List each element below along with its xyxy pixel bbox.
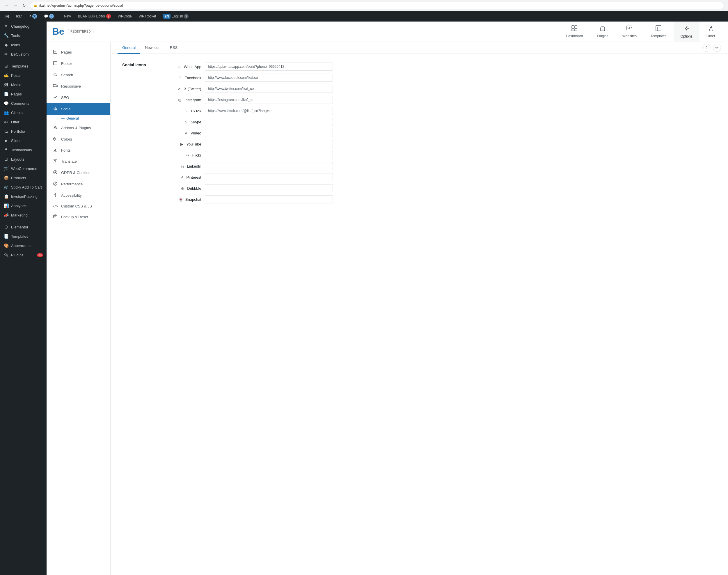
pinterest-icon: P <box>179 175 184 179</box>
address-bar[interactable]: 🔒 ikaf.net/wp-admin/admin.php?page=be-op… <box>30 2 725 9</box>
comments-item[interactable]: 💬 0 <box>41 11 57 22</box>
new-content-item[interactable]: + New <box>58 11 74 22</box>
sidebar-item-marketing[interactable]: 📣 Marketing <box>0 210 46 220</box>
sidebar-item-appearance[interactable]: 🎨 Appearance <box>0 241 46 250</box>
url-text: ikaf.net/wp-admin/admin.php?page=be-opti… <box>39 3 123 7</box>
sidebar-item-analytics[interactable]: 📊 Analytics <box>0 201 46 210</box>
site-name-item[interactable]: Ikaf <box>13 11 25 22</box>
snapchat-input[interactable] <box>205 195 333 203</box>
wp-logo-item[interactable]: ⊞ <box>2 11 12 22</box>
sidebar-item-pages[interactable]: 📄 Pages <box>0 89 46 99</box>
tiktok-input[interactable] <box>205 107 333 115</box>
offer-icon: 🏷 <box>3 120 9 124</box>
be-sidebar-social[interactable]: Social <box>46 103 110 115</box>
svg-rect-14 <box>56 85 57 87</box>
flickr-input[interactable] <box>205 151 333 159</box>
be-nav-other[interactable]: Other <box>699 22 722 42</box>
sidebar-item-testimonials[interactable]: ❝ Testimonials <box>0 145 46 155</box>
be-sidebar-custom-css[interactable]: </> Custom CSS & JS <box>46 201 110 211</box>
be-nav-plugins[interactable]: Plugins <box>590 22 615 42</box>
becustom-icon: ✏ <box>3 52 9 57</box>
sidebar-item-clients[interactable]: 👥 Clients <box>0 108 46 117</box>
sidebar-item-portfolio[interactable]: 🗂 Portfolio <box>0 127 46 136</box>
svg-point-20 <box>55 193 56 194</box>
be-sidebar-accessibility[interactable]: Accessibility <box>46 190 110 201</box>
comments-side-label: Comments <box>11 101 29 106</box>
back-button[interactable]: ← <box>3 2 10 9</box>
updates-item[interactable]: ↺ 36 <box>26 11 40 22</box>
sidebar-item-plugins[interactable]: 🔌 Plugins 35 <box>0 250 46 260</box>
sidebar-item-slides[interactable]: ▶ Slides <box>0 136 46 145</box>
whatsapp-input[interactable] <box>205 63 333 71</box>
be-sidebar-colors[interactable]: Colors <box>46 134 110 145</box>
be-sidebar-translate[interactable]: Translate <box>46 156 110 167</box>
sidebar-item-elementor[interactable]: ⬡ Elementor <box>0 222 46 232</box>
sidebar-item-woocommerce[interactable]: 🛒 WooCommerce <box>0 164 46 173</box>
reload-button[interactable]: ↻ <box>21 2 27 9</box>
templates-nav-label: Templates <box>651 34 667 38</box>
be-sidebar-search[interactable]: Search <box>46 69 110 80</box>
be-nav-websites[interactable]: Websites <box>615 22 644 42</box>
be-nav-options[interactable]: Options <box>673 22 699 42</box>
site-name-label: Ikaf <box>16 14 22 18</box>
be-sidebar-footer[interactable]: Footer <box>46 58 110 69</box>
sidebar-item-comments[interactable]: 💬 Comments <box>0 99 46 108</box>
x-twitter-input[interactable] <box>205 85 333 93</box>
templates-label: Templates <box>11 64 28 68</box>
vimeo-input[interactable] <box>205 129 333 137</box>
marketing-icon: 📣 <box>3 213 9 217</box>
forward-button[interactable]: → <box>12 2 19 9</box>
be-sidebar-pages[interactable]: Pages <box>46 46 110 58</box>
be-sidebar-fonts[interactable]: A Fonts <box>46 145 110 156</box>
sidebar-item-media[interactable]: 🖼 Media <box>0 80 46 89</box>
sidebar-item-icons[interactable]: ◆ Icons <box>0 40 46 49</box>
tab-rss[interactable]: RSS <box>165 42 182 54</box>
facebook-input[interactable] <box>205 74 333 82</box>
sidebar-item-templates[interactable]: ⊞ Templates <box>0 61 46 71</box>
be-nav-dashboard[interactable]: Dashboard <box>559 22 590 42</box>
be-sidebar-performance[interactable]: Performance <box>46 178 110 190</box>
pinterest-input[interactable] <box>205 173 333 181</box>
be-nav-templates[interactable]: Templates <box>644 22 673 42</box>
bear-badge: 2 <box>106 14 111 19</box>
instagram-input[interactable] <box>205 96 333 104</box>
dribbble-label: Dribbble <box>187 186 201 191</box>
be-sidebar-gdpr[interactable]: GDPR & Cookies <box>46 167 110 178</box>
sidebar-item-layouts[interactable]: ⊡ Layouts <box>0 155 46 164</box>
linkedin-input[interactable] <box>205 162 333 170</box>
sidebar-item-offer[interactable]: 🏷 Offer <box>0 117 46 127</box>
help-action-button[interactable]: ? <box>702 44 710 52</box>
be-sidebar-general-sub[interactable]: — General <box>46 115 110 122</box>
be-sidebar-backup[interactable]: Backup & Reset <box>46 211 110 223</box>
sidebar-item-tools[interactable]: 🔧 Tools <box>0 31 46 40</box>
tab-general[interactable]: General <box>117 42 140 54</box>
be-sidebar-seo[interactable]: SEO <box>46 92 110 103</box>
skype-input[interactable] <box>205 118 333 126</box>
be-sidebar-responsive[interactable]: Responsive <box>46 80 110 92</box>
language-item[interactable]: EN English ? <box>160 11 192 22</box>
sidebar-item-posts[interactable]: ✍ Posts <box>0 71 46 80</box>
be-fonts-label: Fonts <box>61 148 71 153</box>
sidebar-item-invoice[interactable]: 📋 Invoice/Packing <box>0 192 46 201</box>
linkedin-icon: in <box>180 164 185 168</box>
invoice-label: Invoice/Packing <box>11 194 38 199</box>
wp-rocket-item[interactable]: WP Rocket <box>136 11 159 22</box>
sidebar-item-changelog[interactable]: ≡ Changelog <box>0 22 46 31</box>
skype-label: Skype <box>191 120 201 124</box>
be-footer-label: Footer <box>61 61 72 66</box>
social-row-x-twitter: ✕X (Twitter) <box>164 85 716 93</box>
sidebar-item-wp-templates[interactable]: 📑 Templates <box>0 232 46 241</box>
sidebar-item-sticky-add-to-cart[interactable]: 🛒 Sticky Add To Cart <box>0 182 46 192</box>
dribbble-input[interactable] <box>205 184 333 192</box>
edit-action-button[interactable]: ✏ <box>713 44 721 52</box>
wpcode-item[interactable]: WPCode <box>115 11 135 22</box>
sidebar-item-products[interactable]: 📦 Products <box>0 173 46 182</box>
sidebar-item-becustom[interactable]: ✏ BeCustom <box>0 49 46 59</box>
youtube-input[interactable] <box>205 140 333 148</box>
be-backup-label: Backup & Reset <box>61 215 88 219</box>
tab-new-icon[interactable]: New icon <box>140 42 165 54</box>
be-sidebar-addons[interactable]: Addons & Plugins <box>46 122 110 134</box>
bear-bulk-editor-item[interactable]: BEAR Bulk Editor 2 <box>75 11 114 22</box>
plugins-label: Plugins <box>11 253 24 257</box>
pages-icon: 📄 <box>3 92 9 96</box>
